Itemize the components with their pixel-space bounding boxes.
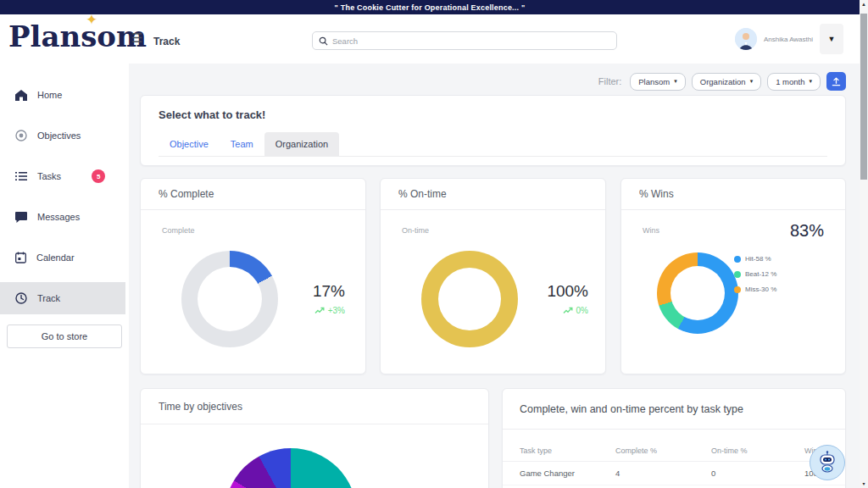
menu-toggle-icon[interactable]: ☰ — [131, 32, 145, 44]
search-input[interactable] — [332, 36, 610, 46]
caret-down-icon: ▾ — [809, 78, 812, 85]
chat-bubble-icon — [15, 212, 27, 223]
logo-text: Plansom — [8, 19, 147, 53]
entity-dropdown-value: Organization — [700, 77, 746, 86]
search-bar[interactable] — [312, 31, 617, 50]
entity-dropdown[interactable]: Organization ▾ — [692, 73, 761, 91]
app-header: Plansom ✦ ☰ Track Anshika Awasthi — [0, 14, 860, 64]
legend-label: Beat-12 % — [745, 270, 776, 278]
export-button[interactable] — [826, 72, 846, 91]
user-block: Anshika Awasthi ▼ — [735, 24, 843, 54]
ontime-change: 0% — [563, 306, 588, 315]
task-type-table: Task type Complete % On-time % Win % Gam… — [503, 440, 845, 485]
scroll-down-icon[interactable]: ▾ — [860, 480, 868, 486]
ontime-value: 100% — [547, 282, 588, 301]
donut-hole — [670, 266, 725, 320]
go-to-store-button[interactable]: Go to store — [7, 324, 122, 348]
announcement-banner: " The Cookie Cutter for Operational Exce… — [0, 0, 860, 14]
scope-dropdown-value: Plansom — [638, 77, 670, 86]
sidebar: Home Objectives Tasks 5 Messages — [0, 64, 129, 488]
cell-ontime: 0 — [711, 469, 804, 478]
sidebar-item-label: Calendar — [36, 252, 75, 263]
legend-dot — [734, 256, 741, 263]
sidebar-item-messages[interactable]: Messages — [0, 207, 125, 227]
sidebar-item-label: Messages — [37, 212, 80, 222]
table-row: Game Changer 4 0 100 — [503, 462, 845, 485]
calendar-icon — [15, 252, 26, 263]
stat-value-block: 100% 0% — [547, 282, 588, 315]
sidebar-item-label: Tasks — [37, 171, 61, 181]
banner-text: " The Cookie Cutter for Operational Exce… — [335, 3, 526, 12]
chart-label: On-time — [402, 226, 429, 235]
robot-icon — [815, 450, 840, 475]
wins-value: 83% — [790, 221, 824, 241]
percent-complete-card: % Complete Complete 17% +3% — [140, 178, 366, 374]
legend-item-miss: Miss-30 % — [734, 286, 776, 293]
tab-objective[interactable]: Objective — [159, 132, 220, 156]
sidebar-item-tasks[interactable]: Tasks 5 — [0, 166, 125, 186]
change-value: +3% — [328, 306, 345, 315]
card-title: % Wins — [621, 179, 845, 210]
sidebar-item-calendar[interactable]: Calendar — [0, 247, 125, 268]
search-icon — [319, 36, 328, 46]
trend-up-icon — [563, 307, 573, 314]
stat-value-block: 17% +3% — [313, 282, 345, 315]
donut-hole — [438, 268, 501, 330]
donut-hole — [198, 267, 262, 331]
main-content: Filter: Plansom ▾ Organization ▾ 1 month… — [129, 64, 860, 488]
legend-label: Miss-30 % — [745, 286, 776, 293]
trend-up-icon — [314, 307, 325, 314]
store-button-label: Go to store — [42, 331, 87, 341]
chatbot-button[interactable] — [810, 445, 845, 480]
chart-label: Wins — [643, 226, 659, 235]
filter-label: Filter: — [598, 76, 622, 86]
complete-donut-chart — [181, 251, 278, 347]
page-title: Track — [153, 36, 180, 47]
user-avatar[interactable] — [735, 28, 757, 50]
user-name: Anshika Awasthi — [764, 36, 813, 43]
scope-dropdown[interactable]: Plansom ▾ — [630, 73, 685, 91]
complete-value: 17% — [313, 282, 345, 301]
logo-star-icon: ✦ — [86, 11, 97, 28]
track-selector-tabs: Objective Team Organization — [159, 131, 827, 157]
percent-ontime-card: % On-time On-time 100% 0% — [380, 178, 606, 374]
scrollbar[interactable]: ▲ ▾ — [860, 0, 868, 488]
cell-complete: 4 — [615, 469, 711, 478]
sidebar-item-label: Objectives — [37, 130, 81, 141]
column-header: Task type — [520, 446, 615, 455]
tab-organization[interactable]: Organization — [264, 132, 339, 156]
legend-item-hit: Hit-58 % — [734, 255, 776, 263]
user-menu-button[interactable]: ▼ — [820, 24, 843, 54]
filter-bar: Filter: Plansom ▾ Organization ▾ 1 month… — [598, 72, 846, 91]
task-type-table-card: Complete, win and on-time percent by tas… — [502, 388, 846, 488]
sidebar-item-track[interactable]: Track — [0, 288, 125, 308]
scroll-up-icon[interactable]: ▲ — [860, 2, 868, 7]
card-title: % On-time — [381, 179, 605, 210]
column-header: Complete % — [615, 446, 711, 455]
upload-icon — [832, 77, 841, 86]
avatar-person-icon — [735, 28, 757, 50]
cell-task-type: Game Changer — [520, 469, 615, 478]
table-header-row: Task type Complete % On-time % Win % — [503, 440, 845, 462]
period-dropdown[interactable]: 1 month ▾ — [767, 73, 821, 91]
time-by-objectives-card: Time by objectives — [140, 388, 489, 488]
scrollbar-thumb[interactable] — [860, 14, 867, 180]
wins-donut-chart — [657, 252, 738, 334]
period-dropdown-value: 1 month — [776, 77, 804, 86]
target-icon — [15, 130, 27, 141]
card-title: Complete, win and on-time percent by tas… — [503, 389, 845, 430]
clock-icon — [15, 292, 27, 304]
card-title: % Complete — [141, 179, 365, 210]
card-title: Time by objectives — [141, 389, 488, 424]
plansom-logo[interactable]: Plansom ✦ — [8, 19, 136, 60]
sidebar-item-objectives[interactable]: Objectives — [0, 125, 125, 146]
sidebar-item-home[interactable]: Home — [0, 85, 125, 105]
legend-dot — [734, 286, 741, 293]
tab-team[interactable]: Team — [220, 132, 264, 156]
legend-item-beat: Beat-12 % — [734, 270, 776, 278]
sidebar-item-label: Track — [37, 293, 60, 303]
plansom-app: " The Cookie Cutter for Operational Exce… — [0, 0, 868, 488]
time-pie-chart — [225, 448, 357, 488]
change-value: 0% — [576, 306, 588, 315]
track-selector-title: Select what to track! — [159, 108, 265, 121]
